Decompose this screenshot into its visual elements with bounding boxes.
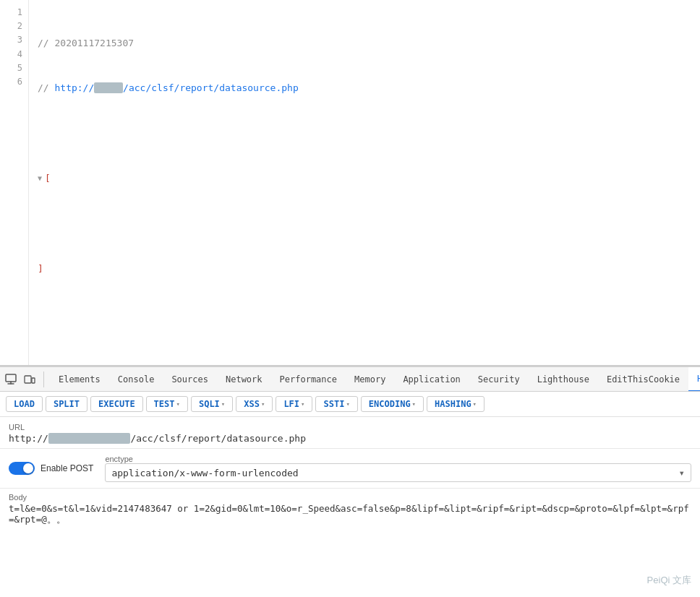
tab-sources[interactable]: Sources	[163, 367, 217, 392]
line-num-4: 4	[0, 48, 28, 61]
line-numbers: 1 2 3 4 5 6	[0, 0, 29, 365]
enable-post-toggle[interactable]	[9, 462, 35, 475]
ssti-button[interactable]: SSTI ▾	[315, 396, 357, 412]
device-icon[interactable]	[22, 371, 38, 387]
inspect-icon[interactable]	[3, 371, 19, 387]
url-redacted	[48, 433, 131, 444]
tab-lighthouse[interactable]: Lighthouse	[529, 367, 598, 392]
encoding-dropdown-arrow: ▾	[412, 400, 416, 408]
load-button[interactable]: LOAD	[6, 396, 43, 412]
devtools-icon-group	[3, 371, 44, 387]
hashing-dropdown-arrow: ▾	[473, 400, 477, 408]
sqli-button[interactable]: SQLI ▾	[191, 396, 233, 412]
toggle-thumb	[23, 463, 33, 473]
hashing-button[interactable]: HASHING ▾	[427, 396, 485, 412]
tab-security[interactable]: Security	[469, 367, 529, 392]
body-section: Body t=l&e=0&s=t&l=1&vid=2147483647 or 1…	[0, 489, 700, 532]
line-num-1: 1	[0, 6, 28, 20]
svg-rect-1	[25, 376, 31, 383]
enctype-dropdown-arrow: ▾	[679, 467, 685, 478]
xss-button[interactable]: XSS ▾	[236, 396, 273, 412]
tab-network[interactable]: Network	[217, 367, 271, 392]
url-value[interactable]: http:// /acc/clsf/report/datasource.php	[9, 433, 691, 444]
svg-rect-2	[32, 378, 35, 383]
tab-memory[interactable]: Memory	[346, 367, 394, 392]
hackbar-content: LOAD SPLIT EXECUTE TEST ▾ SQLI ▾ XSS ▾ L…	[0, 392, 700, 597]
sqli-dropdown-arrow: ▾	[221, 400, 225, 408]
url-label: URL	[9, 423, 691, 431]
enctype-value: application/x-www-form-urlencoded	[111, 468, 298, 478]
code-line-1: // 20201117215307	[38, 36, 691, 51]
tab-performance[interactable]: Performance	[271, 367, 346, 392]
tab-console[interactable]: Console	[109, 367, 163, 392]
encoding-button[interactable]: ENCODING ▾	[361, 396, 424, 412]
hackbar-toolbar: LOAD SPLIT EXECUTE TEST ▾ SQLI ▾ XSS ▾ L…	[0, 392, 700, 417]
code-line-3	[38, 126, 691, 141]
enctype-label: enctype	[105, 455, 691, 463]
code-comment-1: // 20201117215307	[38, 36, 134, 51]
tab-editthiscookie[interactable]: EditThisCookie	[598, 367, 688, 392]
collapse-arrow[interactable]: ▼	[38, 173, 42, 184]
devtools-tabs-bar: Elements Console Sources Network Perform…	[0, 367, 700, 392]
lfi-button[interactable]: LFI ▾	[276, 396, 312, 412]
toggle-container: Enable POST	[9, 462, 93, 475]
enctype-select[interactable]: application/x-www-form-urlencoded ▾	[105, 463, 691, 482]
url-section: URL http:// /acc/clsf/report/datasource.…	[0, 417, 700, 449]
bracket-open: [	[45, 171, 51, 186]
ssti-dropdown-arrow: ▾	[346, 400, 349, 408]
bracket-close: ]	[38, 262, 43, 277]
code-content: // 20201117215307 // http:// /acc/clsf/r…	[29, 0, 700, 365]
code-editor: 1 2 3 4 5 6 // 20201117215307 // http://…	[0, 0, 700, 366]
tab-application[interactable]: Application	[394, 367, 469, 392]
line-num-6: 6	[0, 75, 28, 89]
code-comment-2a: //	[38, 81, 54, 96]
test-dropdown-arrow: ▾	[176, 400, 180, 408]
line-num-5: 5	[0, 61, 28, 75]
code-line-5	[38, 216, 691, 231]
svg-rect-0	[6, 374, 16, 382]
lfi-dropdown-arrow: ▾	[301, 400, 304, 408]
code-line-4: ▼ [	[38, 171, 691, 186]
line-num-3: 3	[0, 33, 28, 47]
test-button[interactable]: TEST ▾	[146, 396, 188, 412]
body-label: Body	[9, 493, 691, 502]
tab-elements[interactable]: Elements	[50, 367, 109, 392]
body-value[interactable]: t=l&e=0&s=t&l=1&vid=2147483647 or 1=2&gi…	[9, 503, 691, 526]
enable-post-label: Enable POST	[40, 463, 93, 473]
post-section: Enable POST enctype application/x-www-fo…	[0, 449, 700, 489]
code-line-6: ]	[38, 262, 691, 277]
xss-dropdown-arrow: ▾	[261, 400, 265, 408]
code-url-2: http:// /acc/clsf/report/datasource.php	[54, 81, 298, 96]
enctype-section: enctype application/x-www-form-urlencode…	[105, 455, 691, 482]
execute-button[interactable]: EXECUTE	[90, 396, 143, 412]
devtools-panel: Elements Console Sources Network Perform…	[0, 366, 700, 597]
split-button[interactable]: SPLIT	[46, 396, 88, 412]
code-line-2: // http:// /acc/clsf/report/datasource.p…	[38, 81, 691, 96]
line-num-2: 2	[0, 20, 28, 33]
tab-hackbar[interactable]: HackBar	[688, 367, 700, 392]
